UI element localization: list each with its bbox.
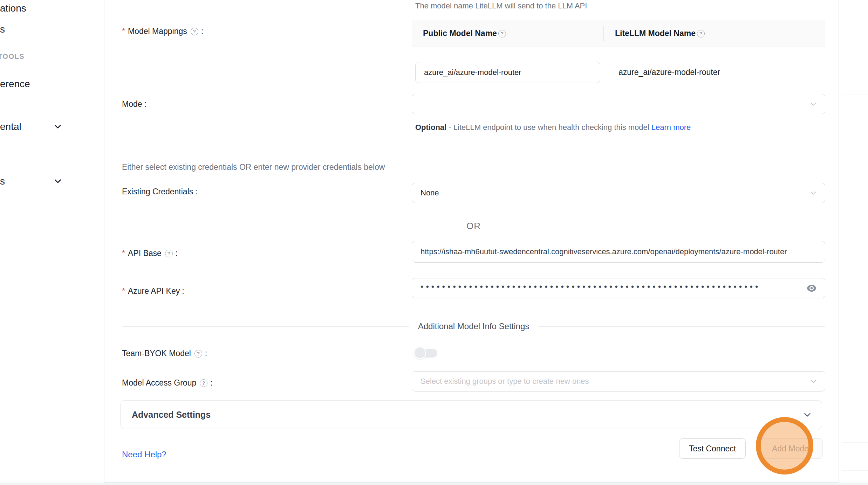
team-byok-label-text: Team-BYOK Model [122, 349, 191, 358]
or-divider-text: OR [466, 221, 481, 231]
azure-api-key-input[interactable]: ••••••••••••••••••••••••••••••••••••••••… [412, 278, 825, 298]
sidebar-item-reference[interactable]: erence [0, 78, 30, 90]
litellm-model-help-text: The model name LiteLLM will send to the … [415, 1, 587, 11]
label-colon: : [210, 378, 212, 388]
public-model-name-value: azure_ai/azure-model-router [424, 68, 521, 77]
sidebar-item-integrations[interactable]: ations [0, 3, 26, 14]
advanced-settings-panel[interactable]: Advanced Settings [120, 400, 822, 429]
mode-help-text: Optional - LiteLLM endpoint to use when … [415, 120, 710, 134]
chevron-down-icon [809, 377, 817, 385]
masked-api-key: ••••••••••••••••••••••••••••••••••••••••… [421, 283, 760, 291]
model-mappings-label: * Model Mappings ? : [122, 27, 203, 36]
existing-credentials-select[interactable]: None [412, 183, 825, 203]
background-row-line [842, 442, 868, 443]
label-colon: : [176, 249, 178, 258]
chevron-down-icon[interactable] [53, 122, 62, 131]
existing-credentials-label: Existing Credentials : [122, 187, 198, 196]
divider-line [122, 226, 457, 226]
api-base-label-text: API Base [128, 249, 162, 258]
divider-line [538, 326, 825, 327]
help-circle-icon[interactable]: ? [194, 350, 202, 358]
required-asterisk: * [122, 286, 125, 296]
chevron-down-icon [809, 189, 817, 197]
help-circle-icon[interactable]: ? [498, 30, 506, 37]
label-colon: : [182, 286, 184, 296]
sidebar-item-settings[interactable]: s [0, 176, 5, 187]
or-divider: OR [122, 221, 825, 231]
api-base-value: https://ishaa-mh6uutut-swedencentral.cog… [421, 247, 787, 256]
help-circle-icon[interactable]: ? [697, 30, 705, 37]
mode-help-body: - LiteLLM endpoint to use when health ch… [446, 123, 651, 132]
label-colon: : [205, 349, 207, 358]
additional-settings-divider: Additional Model Info Settings [122, 321, 825, 331]
model-mappings-table: Public Model Name ? LiteLLM Model Name ?… [412, 20, 825, 98]
existing-credentials-label-text: Existing Credentials [122, 187, 193, 196]
chevron-down-icon [809, 100, 817, 108]
help-circle-icon[interactable]: ? [200, 379, 207, 387]
test-connect-button[interactable]: Test Connect [679, 438, 746, 459]
api-base-label: * API Base ? : [122, 249, 178, 258]
sidebar-section-tools: TOOLS [0, 53, 25, 61]
credentials-instruction-text: Either select existing credentials OR en… [122, 162, 385, 172]
modal-right-edge [839, 0, 839, 482]
additional-settings-divider-text: Additional Model Info Settings [418, 321, 529, 331]
public-model-name-header-text: Public Model Name [423, 29, 497, 38]
required-asterisk: * [122, 249, 125, 258]
help-circle-icon[interactable]: ? [165, 250, 173, 257]
required-asterisk: * [122, 27, 125, 36]
azure-api-key-label-text: Azure API Key [128, 286, 180, 296]
model-access-group-select[interactable]: Select existing groups or type to create… [412, 371, 825, 392]
toggle-knob [414, 346, 426, 359]
mode-label-text: Mode [122, 99, 142, 109]
divider-line [122, 326, 409, 327]
model-access-group-placeholder: Select existing groups or type to create… [421, 377, 589, 386]
public-model-name-header: Public Model Name ? [412, 29, 603, 38]
chevron-down-icon[interactable] [53, 176, 62, 186]
litellm-model-name-value: azure_ai/azure-model-router [618, 68, 720, 77]
model-access-group-label: Model Access Group ? : [122, 378, 213, 388]
chevron-down-icon [803, 410, 812, 419]
model-mappings-label-text: Model Mappings [128, 27, 187, 36]
advanced-settings-title: Advanced Settings [132, 410, 211, 420]
background-row-line [842, 95, 868, 95]
mode-select[interactable] [412, 94, 825, 114]
page-background-strip [0, 483, 868, 485]
help-circle-icon[interactable]: ? [191, 28, 198, 35]
litellm-model-name-header: LiteLLM Model Name ? [603, 26, 825, 41]
optional-bold: Optional [415, 123, 446, 132]
azure-api-key-label: * Azure API Key : [122, 286, 184, 296]
sidebar: ations s TOOLS erence ental s [0, 0, 104, 485]
label-colon: : [195, 187, 197, 196]
model-access-group-label-text: Model Access Group [122, 378, 196, 388]
team-byok-label: Team-BYOK Model ? : [122, 349, 207, 358]
divider-line [490, 226, 825, 226]
api-base-input[interactable]: https://ishaa-mh6uutut-swedencentral.cog… [412, 241, 825, 263]
litellm-model-name-header-text: LiteLLM Model Name [615, 29, 696, 38]
label-colon: : [201, 27, 203, 36]
sidebar-item-experimental[interactable]: ental [0, 121, 21, 132]
learn-more-link[interactable]: Learn more [651, 123, 691, 132]
model-mappings-table-header: Public Model Name ? LiteLLM Model Name ? [412, 20, 825, 47]
need-help-link[interactable]: Need Help? [122, 450, 166, 459]
team-byok-toggle[interactable] [414, 346, 438, 360]
sidebar-item-models[interactable]: s [0, 24, 5, 35]
mode-label: Mode : [122, 99, 146, 109]
label-colon: : [144, 99, 146, 109]
background-row-line [842, 470, 868, 471]
add-model-button[interactable]: Add Model [760, 438, 823, 459]
model-mappings-table-row: azure_ai/azure-model-router azure_ai/azu… [412, 47, 825, 98]
eye-icon[interactable] [806, 283, 817, 294]
public-model-name-input[interactable]: azure_ai/azure-model-router [415, 62, 600, 83]
existing-credentials-value: None [421, 188, 439, 198]
